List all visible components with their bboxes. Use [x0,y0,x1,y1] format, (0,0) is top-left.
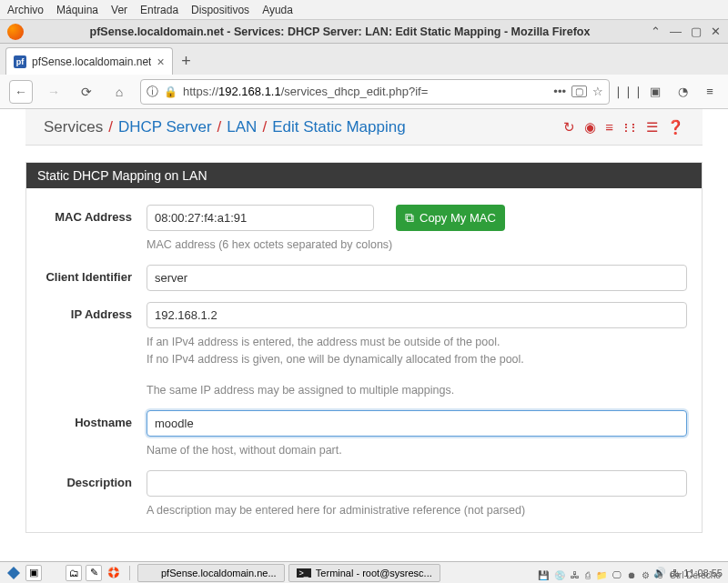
taskbar-firefox-label: pfSense.localdomain.ne... [161,568,277,578]
vm-disk-icon[interactable]: 💾 [538,570,549,580]
related-icon[interactable]: ☰ [646,119,658,136]
menu-help[interactable]: Ayuda [262,4,293,16]
sidebar-icon[interactable]: ▣ [646,83,664,101]
url-host: 192.168.1.1 [218,85,281,98]
breadcrumb-edit-static-mapping[interactable]: Edit Static Mapping [272,118,405,136]
breadcrumb-dhcp-server[interactable]: DHCP Server [118,118,212,136]
terminal-launcher-icon[interactable]: ▣ [25,565,42,581]
taskbar-terminal-window[interactable]: >_ Terminal - root@sysresc... [288,564,440,582]
help-ip-3: The same IP address may be assigned to m… [147,382,687,399]
tab-label: pfSense.localdomain.net [32,55,151,68]
menu-devices[interactable]: Dispositivos [191,4,249,16]
breadcrumb-root: Services [44,118,103,136]
window-controls: ⌃ — ▢ ✕ [651,25,721,38]
row-ip-address: IP Address If an IPv4 address is entered… [26,295,702,403]
vm-display-icon[interactable]: 🖵 [612,570,622,580]
stop-icon[interactable]: ◉ [584,119,596,136]
breadcrumb-bar: Services / DHCP Server / LAN / Edit Stat… [25,109,703,146]
page-action-icons: ↻ ◉ ≡ ⫶⫶ ☰ ❓ [563,119,684,136]
window-maximize-icon[interactable]: ▢ [691,25,702,38]
label-hostname: Hostname [41,410,132,429]
reader-mode-icon[interactable]: ▢ [571,85,587,97]
help-icon[interactable]: ❓ [667,119,684,136]
row-client-identifier: Client Identifier [26,257,702,295]
vm-usb-icon[interactable]: ⎙ [585,570,591,580]
input-mac-address[interactable] [147,205,374,231]
window-minimize-icon[interactable]: — [670,25,682,38]
forward-button[interactable]: → [42,80,66,104]
terminal-icon: >_ [297,568,311,578]
window-menu-icon[interactable]: ⌃ [651,25,661,38]
url-path: /services_dhcp_edit.php?if= [281,85,429,98]
taskbar-separator [129,566,130,580]
label-ip-address: IP Address [41,302,132,321]
help-ip-1: If an IPv4 address is entered, the addre… [147,334,687,351]
input-client-identifier[interactable] [147,265,687,291]
vm-cpu-icon[interactable]: ⚙ [642,570,650,580]
reload-page-icon[interactable]: ↻ [563,119,575,136]
breadcrumb-sep: / [108,118,113,136]
vm-hostkey: Ctrl Derecho [670,570,721,580]
filter-icon[interactable]: ≡ [605,119,613,136]
lock-icon: 🔒 [164,85,177,98]
url-text: https://192.168.1.1/services_dhcp_edit.p… [183,85,548,98]
url-more-icon[interactable]: ••• [553,85,566,98]
input-hostname[interactable] [147,410,687,437]
help-ip-2: If no IPv4 address is given, one will be… [147,351,687,368]
vm-optical-icon[interactable]: 💿 [554,570,565,580]
help-hostname: Name of the host, without domain part. [147,442,687,459]
breadcrumb-lan[interactable]: LAN [227,118,257,136]
taskbar-firefox-window[interactable]: pfSense.localdomain.ne... [137,564,285,582]
row-description: Description A description may be entered… [26,463,702,523]
row-hostname: Hostname Name of the host, without domai… [26,403,702,463]
menu-view[interactable]: Ver [111,4,127,16]
tab-close-icon[interactable]: × [157,55,164,69]
firefox-launcher-icon[interactable] [46,565,62,581]
help-mac-address: MAC address (6 hex octets separated by c… [147,236,687,254]
label-client-identifier: Client Identifier [41,265,132,284]
vm-record-icon[interactable]: ⏺ [627,570,636,580]
input-ip-address[interactable] [147,302,687,328]
vm-mouse-icon[interactable]: 🖱 [655,570,664,580]
help-description: A description may be entered here for ad… [147,502,687,519]
status-log-icon[interactable]: ⫶⫶ [622,119,637,136]
tab-favicon: pf [14,55,26,68]
svg-marker-0 [7,567,20,579]
menu-input[interactable]: Entrada [140,4,178,16]
navigation-toolbar: ← → ⟳ ⌂ ⓘ 🔒 https://192.168.1.1/services… [0,75,728,109]
hamburger-menu-icon[interactable]: ≡ [701,83,719,101]
url-bar[interactable]: ⓘ 🔒 https://192.168.1.1/services_dhcp_ed… [140,79,610,105]
menu-file[interactable]: Archivo [7,4,44,16]
vm-net-icon[interactable]: 🖧 [571,570,580,580]
browser-tab[interactable]: pf pfSense.localdomain.net × [5,47,173,75]
label-description: Description [41,470,132,489]
copy-my-mac-button[interactable]: ⧉ Copy My MAC [396,205,505,231]
vm-menubar: Archivo Máquina Ver Entrada Dispositivos… [0,0,728,20]
window-close-icon[interactable]: ✕ [711,25,721,38]
reload-button[interactable]: ⟳ [75,80,98,104]
start-menu-icon[interactable] [5,565,22,581]
site-info-icon[interactable]: ⓘ [147,84,158,100]
editor-launcher-icon[interactable]: ✎ [86,565,102,581]
url-scheme: https:// [183,85,218,98]
breadcrumb: Services / DHCP Server / LAN / Edit Stat… [44,118,563,136]
account-icon[interactable]: ◔ [673,83,692,101]
help-launcher-icon[interactable]: 🛟 [106,565,122,581]
firefox-icon [7,24,24,40]
vm-shared-icon[interactable]: 📁 [596,570,607,580]
vm-statusbar: 💾 💿 🖧 ⎙ 📁 🖵 ⏺ ⚙ 🖱 Ctrl Derecho [538,570,721,580]
new-tab-button[interactable]: + [173,47,200,75]
panel-body: MAC Address ⧉ Copy My MAC MAC address (6… [26,188,702,532]
firefox-icon [146,568,157,578]
bookmark-star-icon[interactable]: ☆ [592,85,603,98]
library-icon[interactable]: ❘❘❘ [619,83,637,101]
breadcrumb-sep: / [217,118,222,136]
tab-strip: pf pfSense.localdomain.net × + [0,44,728,75]
files-launcher-icon[interactable]: 🗂 [66,565,82,581]
input-description[interactable] [147,470,687,497]
panel-static-dhcp-mapping: Static DHCP Mapping on LAN MAC Address ⧉… [25,162,703,533]
back-button[interactable]: ← [9,80,33,104]
menu-machine[interactable]: Máquina [56,4,98,16]
home-button[interactable]: ⌂ [107,80,131,104]
panel-header: Static DHCP Mapping on LAN [26,163,702,188]
